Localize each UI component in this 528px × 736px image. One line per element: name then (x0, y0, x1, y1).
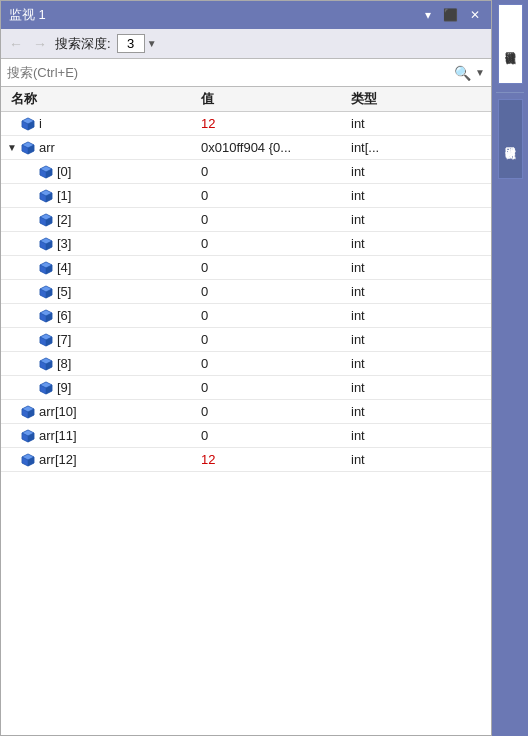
title-bar-left: 监视 1 (9, 6, 46, 24)
cell-value-0: 12 (201, 116, 351, 131)
watch-window: 监视 1 ▾ ⬛ ✕ ← → 搜索深度: 3 ▼ 🔍 ▼ 名称 值 类型 i12… (0, 0, 492, 736)
cell-type-4: int (351, 212, 491, 227)
depth-select[interactable]: 3 ▼ (117, 34, 157, 53)
cell-type-3: int (351, 188, 491, 203)
cell-type-0: int (351, 116, 491, 131)
cell-value-5: 0 (201, 236, 351, 251)
title-controls: ▾ ⬛ ✕ (422, 8, 483, 22)
cube-icon (21, 429, 35, 443)
cell-value-9: 0 (201, 332, 351, 347)
back-button[interactable]: ← (7, 36, 25, 52)
table-row[interactable]: [2]0int (1, 208, 491, 232)
table-header: 名称 值 类型 (1, 87, 491, 112)
search-dropdown-arrow[interactable]: ▼ (475, 67, 485, 78)
cell-name-9: [7] (1, 332, 201, 347)
cell-value-1: 0x010ff904 {0... (201, 140, 351, 155)
cell-type-7: int (351, 284, 491, 299)
table-row[interactable]: arr[12]12int (1, 448, 491, 472)
table-row[interactable]: ▼ arr0x010ff904 {0...int[... (1, 136, 491, 160)
cell-value-6: 0 (201, 260, 351, 275)
table-row[interactable]: [4]0int (1, 256, 491, 280)
var-name: [2] (57, 212, 71, 227)
var-name: [4] (57, 260, 71, 275)
dock-button[interactable]: ⬛ (440, 8, 461, 22)
cell-value-14: 12 (201, 452, 351, 467)
cell-type-11: int (351, 380, 491, 395)
cell-name-1: ▼ arr (1, 140, 201, 155)
window-title: 监视 1 (9, 6, 46, 24)
table-row[interactable]: [6]0int (1, 304, 491, 328)
cube-icon (39, 309, 53, 323)
cell-value-7: 0 (201, 284, 351, 299)
table-row[interactable]: [3]0int (1, 232, 491, 256)
depth-dropdown-arrow[interactable]: ▼ (147, 38, 157, 49)
cell-name-3: [1] (1, 188, 201, 203)
cell-type-2: int (351, 164, 491, 179)
cube-icon (39, 165, 53, 179)
table-row[interactable]: i12int (1, 112, 491, 136)
cube-icon (21, 141, 35, 155)
table-body[interactable]: i12int▼ arr0x010ff904 {0...int[... [0]0i… (1, 112, 491, 735)
cell-value-8: 0 (201, 308, 351, 323)
sidebar-tab-0[interactable]: 调试计算器窗口 (498, 4, 523, 84)
cell-type-9: int (351, 332, 491, 347)
var-name: arr[10] (39, 404, 77, 419)
cube-icon (39, 381, 53, 395)
cell-name-10: [8] (1, 356, 201, 371)
table-row[interactable]: arr[11]0int (1, 424, 491, 448)
cell-type-6: int (351, 260, 491, 275)
depth-value[interactable]: 3 (117, 34, 145, 53)
toolbar: ← → 搜索深度: 3 ▼ (1, 29, 491, 59)
cell-type-8: int (351, 308, 491, 323)
cell-name-0: i (1, 116, 201, 131)
search-icon[interactable]: 🔍 (454, 65, 471, 81)
cell-value-3: 0 (201, 188, 351, 203)
cube-icon (21, 117, 35, 131)
sidebar-divider (496, 92, 524, 93)
table-row[interactable]: arr[10]0int (1, 400, 491, 424)
table-row[interactable]: [8]0int (1, 352, 491, 376)
cell-name-11: [9] (1, 380, 201, 395)
cell-value-13: 0 (201, 428, 351, 443)
table-row[interactable]: [5]0int (1, 280, 491, 304)
table-row[interactable]: [1]0int (1, 184, 491, 208)
cube-icon (39, 237, 53, 251)
cell-type-12: int (351, 404, 491, 419)
cell-name-14: arr[12] (1, 452, 201, 467)
close-button[interactable]: ✕ (467, 8, 483, 22)
cell-type-5: int (351, 236, 491, 251)
cube-icon (21, 405, 35, 419)
cell-name-6: [4] (1, 260, 201, 275)
cell-name-4: [2] (1, 212, 201, 227)
cell-value-2: 0 (201, 164, 351, 179)
expand-arrow[interactable]: ▼ (7, 142, 21, 153)
cell-value-4: 0 (201, 212, 351, 227)
table-row[interactable]: [7]0int (1, 328, 491, 352)
var-name: [6] (57, 308, 71, 323)
var-name: [9] (57, 380, 71, 395)
cube-icon (39, 357, 53, 371)
var-name: [7] (57, 332, 71, 347)
cell-name-8: [6] (1, 308, 201, 323)
var-name: [1] (57, 188, 71, 203)
sidebar-tab-1[interactable]: 即时调试器窗口 (498, 99, 523, 179)
pin-button[interactable]: ▾ (422, 8, 434, 22)
forward-button[interactable]: → (31, 36, 49, 52)
cell-value-11: 0 (201, 380, 351, 395)
table-row[interactable]: [9]0int (1, 376, 491, 400)
table-row[interactable]: [0]0int (1, 160, 491, 184)
cube-icon (39, 261, 53, 275)
var-name: i (39, 116, 42, 131)
cell-type-10: int (351, 356, 491, 371)
cell-name-7: [5] (1, 284, 201, 299)
var-name: [3] (57, 236, 71, 251)
cube-icon (39, 213, 53, 227)
var-name: [8] (57, 356, 71, 371)
cell-type-1: int[... (351, 140, 491, 155)
cell-type-14: int (351, 452, 491, 467)
title-bar: 监视 1 ▾ ⬛ ✕ (1, 1, 491, 29)
cell-value-10: 0 (201, 356, 351, 371)
search-input[interactable] (7, 65, 454, 80)
var-name: arr[11] (39, 428, 77, 443)
var-name: arr (39, 140, 55, 155)
